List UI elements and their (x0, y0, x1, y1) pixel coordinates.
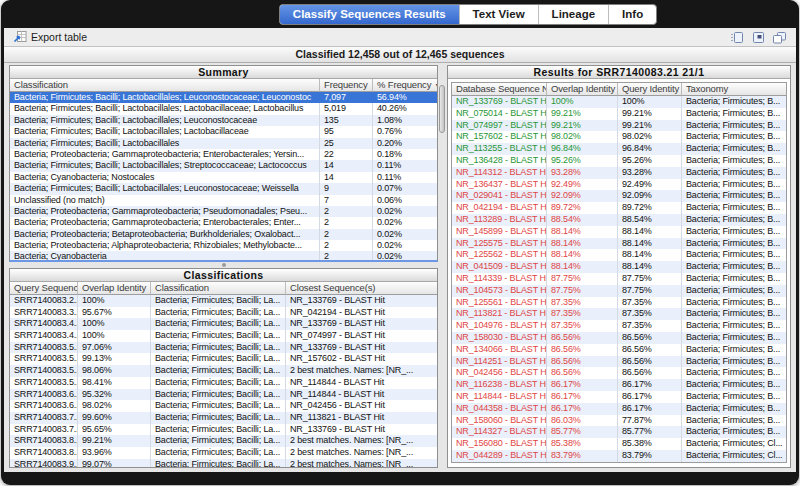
results-row[interactable]: NR_104976 - BLAST Hit87.35%87.35%Bacteri… (452, 320, 786, 332)
classifications-row[interactable]: SRR7140083.7...95.65%Bacteria; Firmicute… (10, 424, 437, 436)
summary-column-header[interactable]: Frequency (320, 79, 373, 92)
results-row[interactable]: NR_044358 - BLAST Hit86.17%86.17%Bacteri… (452, 403, 786, 415)
classifications-row[interactable]: SRR7140083.5...99.13%Bacteria; Firmicute… (10, 353, 437, 365)
results-row[interactable]: NR_104573 - BLAST Hit87.75%87.75%Bacteri… (452, 285, 786, 297)
results-cell: 87.75% (618, 285, 682, 297)
horizontal-splitter[interactable] (9, 262, 438, 268)
classifications-column-header[interactable]: Classification (151, 282, 286, 295)
classifications-row[interactable]: SRR7140083.4...100%Bacteria; Firmicutes;… (10, 318, 437, 330)
classifications-cell: Bacteria; Firmicutes; Bacilli; La... (151, 365, 286, 377)
document-area: Export table (4, 28, 796, 472)
results-row[interactable]: NR_114327 - BLAST Hit85.77%85.77%Bacteri… (452, 426, 786, 438)
results-row[interactable]: NR_116238 - BLAST Hit86.17%86.17%Bacteri… (452, 379, 786, 391)
tab-info[interactable]: Info (608, 5, 656, 24)
popout-icon[interactable] (751, 31, 765, 44)
vertical-splitter[interactable] (438, 65, 447, 468)
summary-row[interactable]: Bacteria; Firmicutes; Bacilli; Lactobaci… (10, 103, 437, 114)
results-row[interactable]: NR_156080 - BLAST Hit85.38%85.38%Bacteri… (452, 438, 786, 450)
summary-row[interactable]: Bacteria; Proteobacteria; Betaproteobact… (10, 229, 437, 240)
classifications-cell: Bacteria; Firmicutes; Bacilli; La... (151, 318, 286, 330)
summary-row[interactable]: Bacteria; Proteobacteria; Gammaproteobac… (10, 217, 437, 228)
results-cell: NR_113255 - BLAST Hit (452, 143, 547, 155)
results-row[interactable]: NR_125561 - BLAST Hit87.35%87.35%Bacteri… (452, 297, 786, 309)
results-row[interactable]: NR_125575 - BLAST Hit88.14%88.14%Bacteri… (452, 238, 786, 250)
results-row[interactable]: NR_134066 - BLAST Hit86.56%86.56%Bacteri… (452, 344, 786, 356)
new-window-icon[interactable] (772, 31, 787, 44)
results-row[interactable]: NR_044289 - BLAST Hit83.79%83.79%Bacteri… (452, 450, 786, 462)
results-row[interactable]: NR_114339 - BLAST Hit87.75%87.75%Bacteri… (452, 273, 786, 285)
classifications-column-header[interactable]: Closest Sequence(s) (286, 282, 437, 295)
tab-lineage[interactable]: Lineage (538, 5, 608, 24)
summary-row[interactable]: Unclassified (no match)70.06% (10, 195, 437, 206)
summary-row[interactable]: Bacteria; Firmicutes; Bacilli; Lactobaci… (10, 138, 437, 149)
summary-column-header[interactable]: % Frequency▼ (373, 79, 437, 92)
classifications-cell: 99.21% (78, 435, 151, 447)
results-row[interactable]: NR_074997 - BLAST Hit99.21%99.21%Bacteri… (452, 120, 786, 132)
classifications-cell: 2 best matches. Names: [NR_... (286, 459, 437, 467)
tab-text-view[interactable]: Text View (459, 5, 538, 24)
summary-row[interactable]: Bacteria; Proteobacteria; Gammaproteobac… (10, 149, 437, 160)
results-row[interactable]: NR_133769 - BLAST Hit100%100%Bacteria; F… (452, 96, 786, 108)
summary-row[interactable]: Bacteria; Firmicutes; Bacilli; Lactobaci… (10, 160, 437, 171)
classifications-row[interactable]: SRR7140083.3...95.67%Bacteria; Firmicute… (10, 307, 437, 319)
results-row[interactable]: NR_136437 - BLAST Hit92.49%92.49%Bacteri… (452, 179, 786, 191)
results-column-header[interactable]: Database Sequence Name (452, 83, 547, 96)
results-row[interactable]: NR_157602 - BLAST Hit98.02%98.02%Bacteri… (452, 131, 786, 143)
results-cell: NR_145899 - BLAST Hit (452, 226, 547, 238)
results-row[interactable]: NR_042456 - BLAST Hit86.56%86.56%Bacteri… (452, 367, 786, 379)
summary-row[interactable]: Bacteria; Proteobacteria; Gammaproteobac… (10, 206, 437, 217)
summary-row[interactable]: Bacteria; Firmicutes; Bacilli; Lactobaci… (10, 126, 437, 137)
results-row[interactable]: NR_145899 - BLAST Hit88.14%88.14%Bacteri… (452, 226, 786, 238)
results-row[interactable]: NR_114844 - BLAST Hit86.17%86.17%Bacteri… (452, 391, 786, 403)
results-cell: 87.75% (547, 285, 618, 297)
classifications-row[interactable]: SRR7140083.6...98.02%Bacteria; Firmicute… (10, 400, 437, 412)
expand-table-icon[interactable] (730, 31, 744, 44)
classifications-row[interactable]: SRR7140083.2...100%Bacteria; Firmicutes;… (10, 295, 437, 307)
results-column-header[interactable]: Overlap Identity▼ (547, 83, 618, 96)
sort-descending-icon: ▼ (434, 82, 437, 89)
results-cell: 87.35% (618, 320, 682, 332)
results-cell: NR_041509 - BLAST Hit (452, 261, 547, 273)
classifications-cell: 98.02% (78, 400, 151, 412)
classifications-cell: 99.07% (78, 459, 151, 467)
classifications-column-header[interactable]: Overlap Identity (78, 282, 151, 295)
summary-row[interactable]: Bacteria; Proteobacteria; Alphaproteobac… (10, 240, 437, 251)
tab-classify-sequences-results[interactable]: Classify Sequences Results (280, 5, 459, 24)
results-row[interactable]: NR_113255 - BLAST Hit96.84%96.84%Bacteri… (452, 143, 786, 155)
summary-row[interactable]: Bacteria; Cyanobacteria20.02% (10, 251, 437, 260)
results-row[interactable]: NR_136428 - BLAST Hit95.26%95.26%Bacteri… (452, 155, 786, 167)
results-panel-title: Results for SRR7140083.21 21/1 (448, 66, 790, 79)
classifications-row[interactable]: SRR7140083.5...98.41%Bacteria; Firmicute… (10, 377, 437, 389)
results-row[interactable]: NR_041509 - BLAST Hit88.14%88.14%Bacteri… (452, 261, 786, 273)
classifications-row[interactable]: SRR7140083.9...99.07%Bacteria; Firmicute… (10, 459, 437, 467)
results-row[interactable]: NR_125562 - BLAST Hit88.14%88.14%Bacteri… (452, 249, 786, 261)
results-row[interactable]: NR_158060 - BLAST Hit86.03%77.87%Bacteri… (452, 415, 786, 427)
classifications-column-header[interactable]: Query Sequence▲ (10, 282, 78, 295)
classifications-row[interactable]: SRR7140083.8...99.21%Bacteria; Firmicute… (10, 435, 437, 447)
summary-row[interactable]: Bacteria; Firmicutes; Bacilli; Lactobaci… (10, 92, 437, 103)
results-row[interactable]: NR_158030 - BLAST Hit86.56%86.56%Bacteri… (452, 332, 786, 344)
results-row[interactable]: NR_114312 - BLAST Hit93.28%93.28%Bacteri… (452, 167, 786, 179)
summary-cell: Bacteria; Firmicutes; Bacilli; Lactobaci… (10, 115, 320, 126)
results-row[interactable]: NR_029041 - BLAST Hit92.09%92.09%Bacteri… (452, 190, 786, 202)
summary-row[interactable]: Bacteria; Firmicutes; Bacilli; Lactobaci… (10, 115, 437, 126)
results-cell: Bacteria; Firmicutes; B... (682, 332, 786, 344)
classifications-row[interactable]: SRR7140083.5...97.06%Bacteria; Firmicute… (10, 342, 437, 354)
summary-row[interactable]: Bacteria; Firmicutes; Bacilli; Lactobaci… (10, 183, 437, 194)
results-row[interactable]: NR_075014 - BLAST Hit99.21%99.21%Bacteri… (452, 108, 786, 120)
classifications-row[interactable]: SRR7140083.8...93.96%Bacteria; Firmicute… (10, 447, 437, 459)
results-row[interactable]: NR_042194 - BLAST Hit89.72%89.72%Bacteri… (452, 202, 786, 214)
results-row[interactable]: NR_114251 - BLAST Hit86.56%86.56%Bacteri… (452, 356, 786, 368)
classifications-row[interactable]: SRR7140083.7...99.60%Bacteria; Firmicute… (10, 412, 437, 424)
results-row[interactable]: NR_113821 - BLAST Hit87.35%87.35%Bacteri… (452, 308, 786, 320)
classifications-row[interactable]: SRR7140083.6...95.32%Bacteria; Firmicute… (10, 389, 437, 401)
results-column-header[interactable]: Query Identity (618, 83, 682, 96)
results-row[interactable]: NR_113289 - BLAST Hit88.54%88.54%Bacteri… (452, 214, 786, 226)
summary-column-header[interactable]: Classification (10, 79, 320, 92)
export-table-button[interactable]: Export table (13, 30, 87, 45)
results-cell: 89.72% (618, 202, 682, 214)
classifications-row[interactable]: SRR7140083.5...98.06%Bacteria; Firmicute… (10, 365, 437, 377)
classifications-row[interactable]: SRR7140083.4...100%Bacteria; Firmicutes;… (10, 330, 437, 342)
summary-row[interactable]: Bacteria; Cyanobacteria; Nostocales140.1… (10, 172, 437, 183)
results-column-header[interactable]: Taxonomy (682, 83, 786, 96)
